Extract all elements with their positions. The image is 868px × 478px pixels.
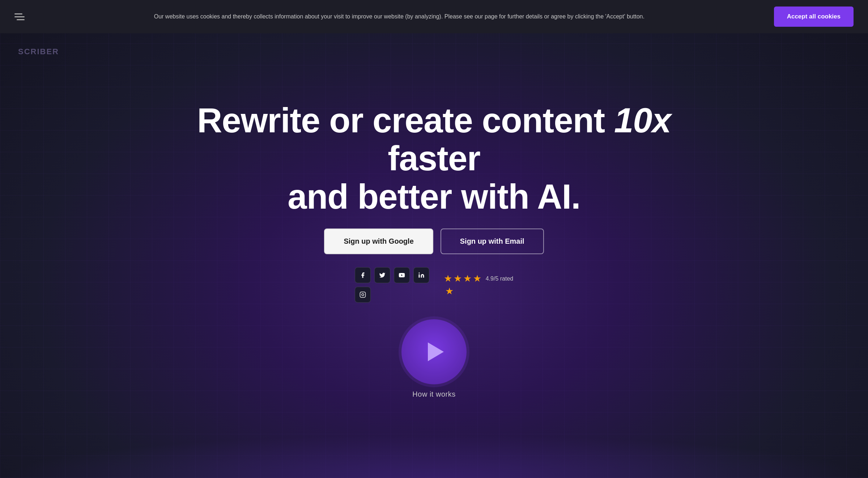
stars-second-row: ★ bbox=[444, 286, 454, 297]
hero-title-line1: Rewrite or create content bbox=[197, 101, 605, 140]
svg-point-1 bbox=[418, 273, 420, 274]
cta-buttons: Sign up with Google Sign up with Email bbox=[324, 229, 544, 254]
cookie-banner: Our website uses cookies and thereby col… bbox=[0, 0, 868, 33]
star-1: ★ bbox=[444, 273, 452, 284]
svg-rect-2 bbox=[360, 292, 365, 298]
logo: SCRIBER bbox=[18, 47, 59, 56]
play-icon bbox=[428, 342, 444, 361]
hero-content: Rewrite or create content 10x faster and… bbox=[181, 101, 687, 399]
hero-section: SCRIBER Rewrite or create content 10x fa… bbox=[0, 0, 868, 478]
facebook-icon[interactable] bbox=[355, 267, 371, 283]
rating-score-text: 4.9/5 rated bbox=[486, 276, 514, 282]
how-it-works-label: How it works bbox=[412, 390, 455, 398]
signup-email-button[interactable]: Sign up with Email bbox=[441, 229, 544, 254]
star-5-partial: ★ bbox=[445, 286, 454, 297]
signup-google-button[interactable]: Sign up with Google bbox=[324, 229, 433, 254]
hero-title-highlight: 10x bbox=[614, 101, 671, 140]
star-3: ★ bbox=[463, 273, 472, 284]
hero-title-faster: faster bbox=[388, 139, 480, 178]
cookie-message: Our website uses cookies and thereby col… bbox=[32, 12, 767, 21]
hero-title-line3: and better with AI. bbox=[288, 177, 580, 216]
hero-title: Rewrite or create content 10x faster and… bbox=[181, 101, 687, 216]
play-button[interactable] bbox=[401, 319, 467, 384]
stars-row: ★ ★ ★ ★ bbox=[444, 273, 481, 284]
bottom-wave-decoration bbox=[0, 435, 868, 478]
star-4: ★ bbox=[473, 273, 481, 284]
star-2: ★ bbox=[454, 273, 462, 284]
instagram-icon[interactable] bbox=[355, 287, 371, 303]
social-icons-grid bbox=[355, 267, 429, 303]
linkedin-icon[interactable] bbox=[413, 267, 429, 283]
video-section: How it works bbox=[401, 319, 467, 398]
rating-container: ★ ★ ★ ★ 4.9/5 rated ★ bbox=[444, 273, 514, 297]
cookie-settings-toggle[interactable] bbox=[14, 13, 25, 20]
accept-cookies-button[interactable]: Accept all cookies bbox=[774, 7, 854, 27]
social-rating-row: ★ ★ ★ ★ 4.9/5 rated ★ bbox=[355, 267, 514, 303]
twitter-icon[interactable] bbox=[374, 267, 390, 283]
youtube-icon[interactable] bbox=[394, 267, 410, 283]
